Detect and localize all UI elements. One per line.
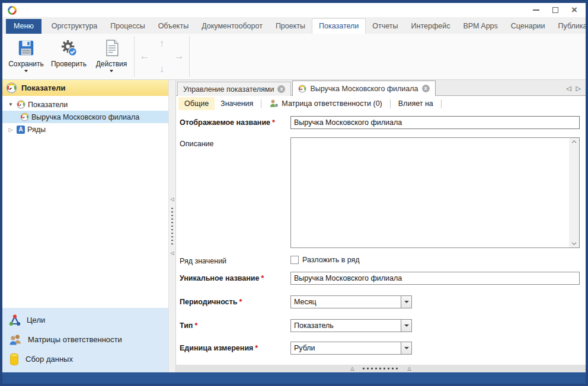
minimize-icon[interactable] [533, 9, 539, 11]
app-logo-icon [7, 5, 17, 15]
subtab-responsibility-matrix[interactable]: Матрица ответственности (0) [263, 96, 388, 111]
tree-node-series[interactable]: ▷ A Ряды [2, 123, 168, 136]
sidebar-item-label: Сбор данных [25, 355, 73, 364]
title-bar: × [2, 3, 586, 17]
tab-projects[interactable]: Проекты [269, 19, 312, 34]
toolbar-separator [134, 36, 135, 77]
tab-publication[interactable]: Публикация [552, 19, 588, 34]
display-name-input[interactable] [290, 116, 580, 129]
actions-dropdown-caret-icon[interactable] [110, 70, 113, 72]
arrow-left-icon[interactable]: ← [139, 50, 149, 62]
value-series-label: Ряд значений [180, 255, 290, 265]
textarea-scrollbar[interactable] [569, 138, 579, 247]
sidebar-header: Показатели [2, 80, 168, 96]
save-button[interactable]: Сохранить [5, 34, 47, 79]
dropdown-button[interactable] [401, 320, 411, 332]
label-text: Единица измерения [180, 344, 253, 352]
tab-scroll-right-icon[interactable]: ▷ [576, 85, 581, 92]
collapse-up-icon[interactable]: △ [408, 366, 411, 371]
description-textarea[interactable] [291, 138, 569, 247]
save-dropdown-caret-icon[interactable] [24, 70, 28, 72]
decompose-checkbox[interactable] [290, 256, 299, 264]
tree-node-moscow-revenue[interactable]: Выручка Московского филиала [2, 111, 168, 123]
unit-label: Единица измерения* [180, 342, 290, 352]
type-select[interactable]: Показатель [290, 319, 412, 332]
chevron-down-icon [404, 324, 409, 327]
sidebar: Показатели ▼ Показатели [2, 80, 168, 372]
goals-icon [8, 314, 21, 327]
value-series-row: Ряд значений Разложить в ряд [180, 255, 580, 265]
display-name-label: Отображаемое название* [180, 116, 290, 127]
scroll-down-icon[interactable] [571, 242, 577, 246]
tab-docflow[interactable]: Документооборот [195, 19, 269, 34]
required-marker: * [194, 321, 197, 330]
doc-tab-moscow-revenue[interactable]: Выручка Московского филиала x [292, 81, 435, 96]
label-text: Уникальное название [180, 274, 260, 282]
periodicity-row: Периодичность* Месяц [180, 295, 580, 308]
subtab-general[interactable]: Общие [178, 97, 215, 110]
description-textarea-frame [290, 137, 580, 248]
arrow-down-icon[interactable]: ↓ [159, 63, 165, 75]
tree-node-label: Выручка Московского филиала [31, 113, 139, 121]
tree-node-indicators[interactable]: ▼ Показатели [2, 98, 168, 111]
collapse-left-icon[interactable]: ◁ [170, 197, 174, 202]
app-window: × Меню Оргструктура Процессы Объекты Док… [0, 0, 588, 386]
periodicity-select[interactable]: Месяц [290, 295, 412, 308]
doc-tab-label: Выручка Московского филиала [310, 85, 418, 93]
unit-select[interactable]: Рубли [290, 342, 412, 355]
subtab-influences[interactable]: Влияет на [392, 97, 439, 110]
menu-button[interactable]: Меню [6, 19, 41, 34]
splitter-handle[interactable] [363, 368, 400, 369]
chevron-down-icon [404, 301, 409, 303]
unique-name-input[interactable] [290, 272, 580, 285]
tree-node-label: Ряды [27, 126, 46, 134]
splitter-handle[interactable] [171, 208, 173, 245]
tab-close-icon[interactable]: x [277, 85, 285, 93]
collapse-up-icon[interactable]: △ [350, 366, 354, 371]
close-icon[interactable]: × [571, 7, 577, 13]
content-area: Показатели ▼ Показатели [2, 80, 586, 372]
collapse-left-icon[interactable]: ◁ [170, 250, 174, 256]
subtab-separator [261, 99, 261, 108]
tab-objects[interactable]: Объекты [152, 19, 196, 34]
label-text: Тип [180, 321, 193, 330]
dropdown-button[interactable] [401, 342, 411, 354]
sidebar-item-responsibility-matrices[interactable]: Матрицы ответственности [2, 330, 168, 349]
tab-bpm-apps[interactable]: BPM Apps [456, 19, 504, 34]
decompose-checkbox-label[interactable]: Разложить в ряд [302, 256, 360, 264]
tree-collapsed-icon[interactable]: ▷ [7, 127, 14, 133]
gauge-icon [298, 85, 306, 93]
sidebar-item-goals[interactable]: Цели [2, 310, 168, 330]
check-button[interactable]: Проверить [47, 34, 90, 79]
tab-orgstructure[interactable]: Оргструктура [45, 19, 104, 34]
save-icon [17, 38, 35, 58]
tree-expanded-icon[interactable]: ▼ [7, 102, 14, 107]
scroll-up-icon[interactable] [571, 140, 577, 144]
horizontal-splitter[interactable]: △ △ [176, 365, 586, 372]
tab-indicators[interactable]: Показатели [312, 18, 366, 34]
tab-reports[interactable]: Отчеты [366, 19, 404, 34]
tab-scenarios[interactable]: Сценарии [504, 19, 552, 34]
actions-button[interactable]: Действия [90, 34, 133, 79]
label-text: Периодичность [180, 298, 237, 306]
description-label: Описание [180, 137, 290, 148]
tab-close-icon[interactable]: x [422, 85, 430, 92]
sidebar-item-data-collection[interactable]: Сбор данных [2, 349, 168, 369]
subtab-strip: Общие Значения Матрица ответственности (… [176, 96, 586, 111]
vertical-splitter[interactable]: ◁ ◁ [168, 80, 176, 372]
tab-scroll-left-icon[interactable]: ◁ [566, 85, 571, 92]
toolbar: Сохранить Проверить [2, 34, 586, 80]
arrow-right-icon[interactable]: → [174, 50, 184, 62]
description-row: Описание [180, 137, 580, 248]
tab-processes[interactable]: Процессы [104, 19, 151, 34]
tab-interface[interactable]: Интерфейс [405, 19, 457, 34]
dropdown-button[interactable] [401, 296, 411, 308]
maximize-icon[interactable] [552, 7, 558, 13]
actions-button-label: Действия [96, 60, 127, 68]
people-icon [8, 333, 23, 346]
arrow-up-icon[interactable]: ↑ [159, 38, 165, 50]
periodicity-value: Месяц [291, 298, 401, 306]
doc-tab-indicator-management[interactable]: Управление показателями x [177, 82, 291, 96]
series-icon: A [17, 126, 25, 134]
subtab-values[interactable]: Значения [215, 97, 259, 110]
